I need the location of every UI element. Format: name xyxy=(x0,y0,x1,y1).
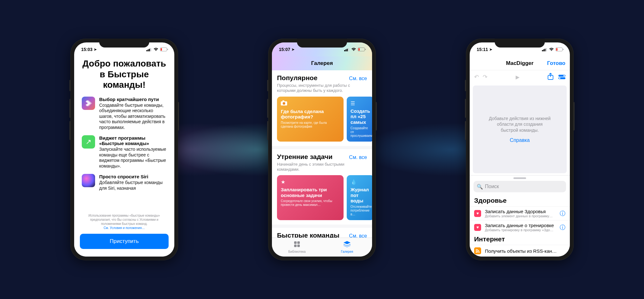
action-title: Записать данные Здоровья xyxy=(485,209,556,214)
section-title-morning: Утренние задачи xyxy=(277,153,332,161)
feature-title: Виджет программы «Быстрые команды» xyxy=(99,135,167,146)
section-subtitle: Начинайте день с этими быстрыми командам… xyxy=(277,162,367,172)
wifi-icon xyxy=(351,48,356,51)
location-icon: ➤ xyxy=(489,48,492,52)
done-button[interactable]: Готово xyxy=(547,60,565,67)
svg-rect-17 xyxy=(294,241,297,244)
card-subtitle: Сосредоточьте свои усилия, чтобы провест… xyxy=(281,199,340,207)
tab-bar: Библиотека Галерея xyxy=(272,238,372,257)
svg-rect-2 xyxy=(149,49,150,51)
share-icon[interactable] xyxy=(548,73,553,81)
feature-description: Запускайте часто используемые команды ещ… xyxy=(99,147,167,169)
sheet-grabber[interactable] xyxy=(513,177,526,179)
search-placeholder: Поиск xyxy=(485,184,499,189)
svg-rect-0 xyxy=(146,50,147,51)
phone-mockup-2: 15:07➤ Галерея Популярное См. все Процес… xyxy=(268,39,376,260)
tab-label: Библиотека xyxy=(288,250,306,253)
svg-rect-21 xyxy=(542,50,543,51)
tab-library[interactable]: Библиотека xyxy=(272,238,322,257)
svg-rect-18 xyxy=(297,241,300,244)
phone-mockup-1: 15:03 ➤ Добро пожаловать в Быстрые коман… xyxy=(70,39,178,260)
drop-icon: 💧 xyxy=(351,179,370,185)
grid-icon xyxy=(294,241,300,249)
svg-rect-3 xyxy=(150,48,151,51)
see-all-button[interactable]: См. все xyxy=(349,155,367,160)
battery-low-icon xyxy=(556,48,564,51)
feature-description: Добавляйте быстрые команды для Siri, наз… xyxy=(99,180,167,191)
shortcut-card-playlist[interactable]: ☰ Создать пл «25 самых Создавайте сп про… xyxy=(347,97,372,142)
shortcut-card-plan-tasks[interactable]: ★ Запланировать три основные задачи Соср… xyxy=(277,175,344,220)
see-all-button[interactable]: См. все xyxy=(349,76,367,81)
svg-rect-10 xyxy=(348,48,349,51)
svg-rect-8 xyxy=(345,49,346,51)
heart-icon: ♥ xyxy=(474,224,481,231)
card-title: Где была сделана фотография? xyxy=(281,109,340,120)
tab-gallery[interactable]: Галерея xyxy=(322,238,372,257)
svg-rect-6 xyxy=(167,49,168,50)
svg-rect-26 xyxy=(556,48,557,51)
feature-siri: Просто спросите Siri Добавляйте быстрые … xyxy=(82,174,167,191)
battery-low-icon xyxy=(160,48,168,51)
shortcuts-app-icon xyxy=(82,97,95,110)
card-title: Создать пл «25 самых xyxy=(351,108,370,125)
rss-icon xyxy=(474,247,481,254)
section-internet-title: Интернет xyxy=(470,234,570,245)
play-button[interactable]: ▶ xyxy=(516,74,519,80)
svg-rect-1 xyxy=(148,49,149,51)
svg-rect-12 xyxy=(358,48,360,51)
svg-rect-20 xyxy=(297,245,300,247)
layers-icon xyxy=(344,241,351,249)
shortcut-name-title: MacDigger xyxy=(506,60,534,67)
actions-sheet[interactable]: 🔍 Поиск Здоровье ♥ Записать данные Здоро… xyxy=(470,175,570,257)
location-icon: ➤ xyxy=(94,48,97,52)
terms-link[interactable]: См. Условия и положения… xyxy=(104,226,145,230)
search-input[interactable]: 🔍 Поиск xyxy=(473,181,566,192)
section-health-title: Здоровье xyxy=(470,195,570,206)
card-subtitle: Создавайте сп прослушиваем xyxy=(351,126,370,138)
get-started-button[interactable]: Приступить xyxy=(80,234,169,249)
undo-button[interactable]: ↶ xyxy=(474,73,479,80)
action-log-workout[interactable]: ♥ Записать данные о тренировке Добавить … xyxy=(470,220,570,234)
svg-rect-24 xyxy=(546,48,547,51)
svg-rect-19 xyxy=(294,245,297,247)
nav-title: Галерея xyxy=(272,56,372,70)
editor-toolbar: ↶ ↷ ▶ xyxy=(470,70,570,84)
settings-toggle-icon[interactable] xyxy=(558,73,565,81)
shortcut-card-water-log[interactable]: 💧 Журнал пот воды Отслеживайте потреблен… xyxy=(347,175,372,220)
svg-rect-7 xyxy=(344,50,345,51)
card-subtitle: Посмотрите на карте, где была сделана фо… xyxy=(281,121,340,129)
cellular-signal-icon xyxy=(542,48,547,51)
feature-description: Создавайте быстрые команды, объединяющие… xyxy=(99,103,167,130)
help-link[interactable]: Справка xyxy=(510,137,530,143)
legal-text: Использование программы «Быстрые команды… xyxy=(80,213,169,230)
action-subtitle: Добавить элемент данных в программу… xyxy=(485,214,556,218)
see-all-button[interactable]: См. все xyxy=(349,233,367,238)
action-title: Записать данные о тренировке xyxy=(485,223,556,228)
heart-icon: ♥ xyxy=(474,210,481,217)
shortcut-card-photo-location[interactable]: Где была сделана фотография? Посмотрите … xyxy=(277,97,344,142)
info-button[interactable]: ⓘ xyxy=(560,210,565,217)
info-button[interactable]: ⓘ xyxy=(560,224,565,231)
status-time: 15:03 xyxy=(81,47,93,52)
feature-shortcuts: Выбор кратчайшего пути Создавайте быстры… xyxy=(82,97,167,130)
feature-widget: ↗ Виджет программы «Быстрые команды» Зап… xyxy=(82,135,167,169)
status-time: 15:07 xyxy=(279,47,290,52)
card-title: Журнал пот воды xyxy=(351,187,370,204)
svg-rect-13 xyxy=(365,49,366,50)
svg-point-33 xyxy=(476,251,477,253)
action-log-health-data[interactable]: ♥ Записать данные Здоровья Добавить элем… xyxy=(470,206,570,220)
location-icon: ➤ xyxy=(292,48,294,52)
feature-title: Выбор кратчайшего пути xyxy=(99,97,167,102)
search-icon: 🔍 xyxy=(477,184,483,190)
tab-label: Галерея xyxy=(341,250,353,253)
card-title: Запланировать три основные задачи xyxy=(281,187,340,198)
action-title: Получить объекты из RSS-кан… xyxy=(485,248,565,254)
siri-icon xyxy=(82,174,95,187)
widget-icon: ↗ xyxy=(82,135,95,149)
redo-button[interactable]: ↷ xyxy=(483,73,487,80)
section-subtitle: Процессы, инструменты для работы с котор… xyxy=(277,83,367,93)
action-get-rss-items[interactable]: Получить объекты из RSS-кан… xyxy=(470,245,570,257)
feature-title: Просто спросите Siri xyxy=(99,174,167,179)
cellular-signal-icon xyxy=(146,48,152,51)
svg-rect-27 xyxy=(563,49,564,50)
